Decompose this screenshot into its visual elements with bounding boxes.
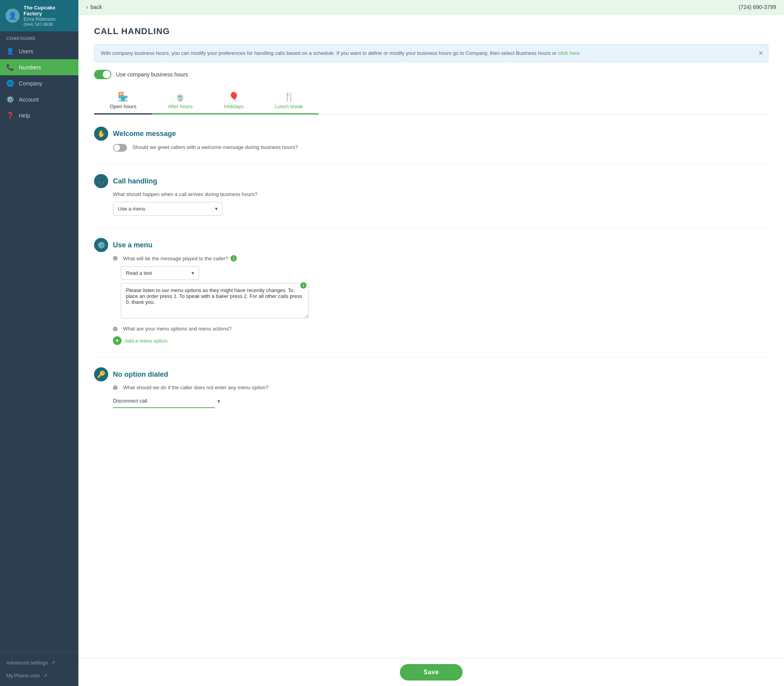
configure-label: CONFIGURE bbox=[0, 31, 78, 43]
call-handling-header: 🎧 Call handling bbox=[94, 174, 768, 188]
save-button[interactable]: Save bbox=[400, 664, 462, 681]
external-link-icon-2: ↗ bbox=[43, 673, 47, 679]
no-option-inner: What should we do if the caller does not… bbox=[113, 385, 768, 408]
read-text-subsection: Read a text Play an audio file ▼ i bbox=[121, 266, 768, 319]
message-played-label: What will be the message played to the c… bbox=[113, 255, 768, 261]
sidebar-item-numbers[interactable]: 📞 Numbers bbox=[0, 59, 78, 75]
company-icon: 🌐 bbox=[6, 80, 14, 87]
save-bar: Save bbox=[78, 658, 784, 686]
sidebar-item-account[interactable]: ⚙️ Account bbox=[0, 91, 78, 107]
welcome-desc: Should we greet callers with a welcome m… bbox=[113, 144, 768, 152]
no-option-title: No option dialed bbox=[113, 370, 168, 379]
sidebar-item-company[interactable]: 🌐 Company bbox=[0, 75, 78, 91]
tab-after-hours[interactable]: 🍵 After hours bbox=[152, 89, 209, 114]
content-area: CALL HANDLING With company business hour… bbox=[78, 15, 784, 658]
info-icon-1[interactable]: i bbox=[230, 255, 237, 261]
sidebar-item-company-label: Company bbox=[19, 80, 42, 87]
help-icon: ❓ bbox=[6, 112, 14, 119]
lunch-icon: 🍴 bbox=[284, 92, 294, 102]
call-handling-select[interactable]: Use a menu Forward to a number Ring a us… bbox=[113, 202, 223, 216]
menu-text-textarea[interactable] bbox=[121, 283, 309, 318]
divider-2 bbox=[94, 228, 768, 229]
numbers-icon: 📞 bbox=[6, 64, 14, 71]
tab-holidays[interactable]: 🎈 Holidays bbox=[209, 89, 260, 114]
use-a-menu-inner: What will be the message played to the c… bbox=[113, 255, 768, 345]
welcome-icon: ✋ bbox=[94, 127, 108, 141]
business-hours-toggle-row: Use company business hours bbox=[94, 70, 768, 79]
company-name: The Cupcake Factory bbox=[24, 5, 73, 16]
topbar: ‹ back (724) 690-3799 bbox=[78, 0, 784, 15]
close-icon[interactable]: ✕ bbox=[758, 49, 763, 57]
tab-after-hours-label: After hours bbox=[168, 103, 193, 109]
radio-dot-2 bbox=[113, 327, 118, 331]
call-handling-inner: Use a menu Forward to a number Ring a us… bbox=[113, 202, 768, 216]
my-phone-label: My.Phone.com bbox=[6, 673, 40, 679]
back-arrow-icon: ‹ bbox=[86, 4, 88, 10]
info-banner-text: With company business hours, you can mod… bbox=[101, 50, 581, 56]
divider-3 bbox=[94, 358, 768, 358]
read-text-select-wrap: Read a text Play an audio file ▼ bbox=[121, 266, 199, 280]
open-hours-icon: 🏪 bbox=[118, 92, 128, 102]
back-label: back bbox=[91, 4, 102, 10]
divider-1 bbox=[94, 164, 768, 165]
my-phone-link[interactable]: My.Phone.com ↗ bbox=[0, 669, 78, 682]
radio-dot-3 bbox=[113, 385, 118, 390]
disconnect-select-wrap: Disconnect call Forward to a number Ring… bbox=[113, 394, 223, 408]
sidebar: 👤 The Cupcake Factory Erica Robinson (84… bbox=[0, 0, 78, 686]
use-a-menu-title: Use a menu bbox=[113, 241, 152, 249]
avatar: 👤 bbox=[5, 9, 20, 23]
sidebar-header: 👤 The Cupcake Factory Erica Robinson (84… bbox=[0, 0, 78, 31]
tab-open-hours[interactable]: 🏪 Open hours bbox=[94, 89, 152, 114]
back-link[interactable]: ‹ back bbox=[86, 4, 102, 10]
sidebar-item-users[interactable]: 👤 Users bbox=[0, 43, 78, 59]
users-icon: 👤 bbox=[6, 47, 14, 55]
menu-options-label: What are your menu options and menu acti… bbox=[113, 326, 768, 332]
sidebar-item-help[interactable]: ❓ Help bbox=[0, 107, 78, 123]
welcome-section-header: ✋ Welcome message bbox=[94, 127, 768, 141]
advanced-settings-link[interactable]: Advanced settings ↗ bbox=[0, 656, 78, 669]
plus-icon: + bbox=[113, 336, 122, 345]
welcome-message-section: ✋ Welcome message Should we greet caller… bbox=[94, 127, 768, 152]
welcome-toggle[interactable] bbox=[113, 144, 127, 152]
read-text-select[interactable]: Read a text Play an audio file bbox=[121, 266, 199, 280]
tab-holidays-label: Holidays bbox=[224, 103, 244, 109]
tab-open-hours-label: Open hours bbox=[110, 103, 136, 109]
disconnect-chevron-icon: ▼ bbox=[216, 399, 221, 404]
disconnect-select[interactable]: Disconnect call Forward to a number Ring… bbox=[113, 394, 215, 408]
info-icon-2[interactable]: i bbox=[300, 282, 307, 289]
company-info: The Cupcake Factory Erica Robinson (844)… bbox=[24, 5, 73, 27]
use-a-menu-header: ⚙️ Use a menu bbox=[94, 238, 768, 252]
welcome-title: Welcome message bbox=[113, 130, 176, 138]
sidebar-item-account-label: Account bbox=[19, 96, 39, 103]
toggle-label: Use company business hours bbox=[116, 71, 188, 78]
no-option-header: 🔑 No option dialed bbox=[94, 367, 768, 381]
user-name: Erica Robinson bbox=[24, 16, 73, 22]
sidebar-item-numbers-label: Numbers bbox=[19, 64, 41, 71]
radio-dot-1 bbox=[113, 256, 118, 261]
topbar-phone: (724) 690-3799 bbox=[739, 4, 776, 10]
call-handling-section: 🎧 Call handling What should happen when … bbox=[94, 174, 768, 216]
call-handling-select-wrap: Use a menu Forward to a number Ring a us… bbox=[113, 202, 223, 216]
sidebar-bottom: Advanced settings ↗ My.Phone.com ↗ bbox=[0, 652, 78, 686]
after-hours-icon: 🍵 bbox=[175, 92, 185, 102]
business-hours-toggle[interactable] bbox=[94, 70, 111, 79]
add-option-label: Add a menu option bbox=[125, 338, 167, 344]
use-a-menu-icon: ⚙️ bbox=[94, 238, 108, 252]
no-option-desc: What should we do if the caller does not… bbox=[113, 385, 768, 390]
sidebar-item-help-label: Help bbox=[19, 113, 30, 119]
advanced-settings-label: Advanced settings bbox=[6, 660, 48, 666]
holidays-icon: 🎈 bbox=[229, 92, 239, 102]
welcome-description: Should we greet callers with a welcome m… bbox=[132, 144, 298, 150]
textarea-wrapper: i bbox=[121, 280, 309, 319]
call-handling-title: Call handling bbox=[113, 177, 157, 185]
sidebar-item-users-label: Users bbox=[19, 48, 33, 54]
add-menu-option-button[interactable]: + Add a menu option bbox=[113, 336, 768, 345]
sidebar-phone: (844) 587-8638 bbox=[24, 22, 73, 27]
tab-lunch-break[interactable]: 🍴 Lunch break bbox=[259, 89, 319, 114]
click-here-link[interactable]: click here. bbox=[558, 50, 581, 56]
no-option-section: 🔑 No option dialed What should we do if … bbox=[94, 367, 768, 408]
account-icon: ⚙️ bbox=[6, 96, 14, 103]
info-banner: With company business hours, you can mod… bbox=[94, 44, 768, 62]
tab-lunch-label: Lunch break bbox=[275, 103, 303, 109]
page-title: CALL HANDLING bbox=[94, 26, 768, 36]
